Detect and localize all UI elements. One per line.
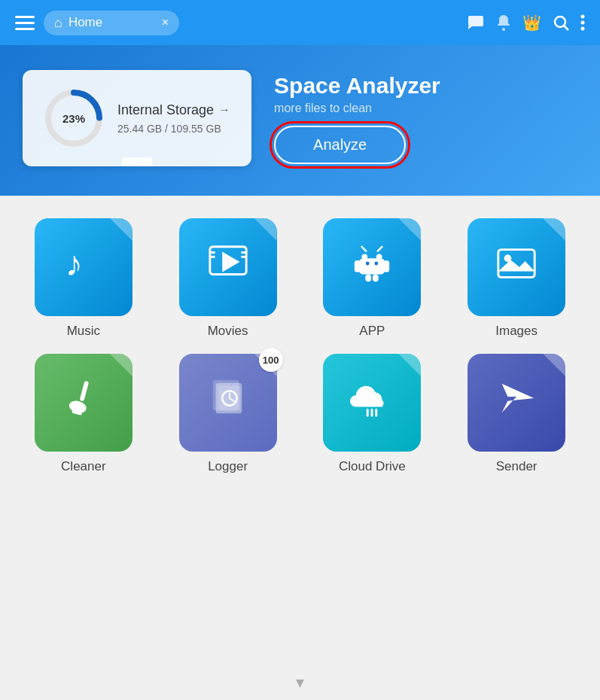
- svg-rect-23: [373, 274, 379, 282]
- storage-title: Internal Storage →: [117, 102, 230, 118]
- grid-item-logger[interactable]: 100 Logger: [160, 354, 297, 474]
- svg-marker-45: [502, 383, 535, 412]
- svg-rect-21: [384, 260, 390, 272]
- header-right: Space Analyzer more files to clean Analy…: [274, 73, 440, 164]
- cleaner-icon: [62, 376, 105, 430]
- svg-point-6: [581, 21, 585, 25]
- svg-rect-20: [355, 260, 361, 272]
- close-icon[interactable]: ×: [162, 16, 169, 29]
- header-section: 23% Internal Storage → 25.44 GB / 109.55…: [0, 45, 600, 196]
- svg-text:♪: ♪: [65, 244, 83, 283]
- svg-rect-19: [359, 258, 385, 274]
- home-icon: ⌂: [54, 15, 62, 31]
- images-icon: [495, 241, 538, 294]
- svg-point-27: [375, 261, 379, 265]
- chat-icon[interactable]: [467, 14, 485, 32]
- storage-card[interactable]: 23% Internal Storage → 25.44 GB / 109.55…: [23, 70, 251, 166]
- storage-progress-circle: 23%: [44, 88, 104, 148]
- hamburger-menu[interactable]: [15, 16, 35, 30]
- app-icon-container: [323, 218, 421, 316]
- logger-icon: [206, 376, 250, 430]
- storage-size: 25.44 GB / 109.55 GB: [117, 123, 230, 135]
- svg-point-7: [581, 27, 585, 31]
- storage-arrow: →: [218, 103, 230, 117]
- bottom-bar: ▾: [0, 665, 600, 700]
- svg-point-2: [502, 28, 505, 31]
- svg-line-24: [362, 246, 367, 251]
- app-icon: [350, 241, 394, 294]
- images-icon-container: [468, 218, 565, 316]
- svg-rect-31: [80, 380, 90, 401]
- storage-percent: 23%: [62, 112, 85, 125]
- svg-marker-12: [222, 251, 239, 272]
- app-subtitle: more files to clean: [274, 102, 372, 115]
- logger-label: Logger: [208, 459, 248, 474]
- grid-item-movies[interactable]: Movies: [160, 218, 297, 339]
- grid-section: ♪ Music Movies: [0, 196, 600, 665]
- svg-line-4: [565, 26, 569, 31]
- logger-badge: 100: [259, 348, 283, 372]
- home-tab[interactable]: ⌂ Home ×: [44, 11, 179, 35]
- sender-icon-container: [468, 354, 565, 452]
- grid-item-cleaner[interactable]: Cleaner: [15, 354, 152, 474]
- grid-item-images[interactable]: Images: [448, 218, 585, 339]
- music-icon: ♪: [62, 241, 105, 294]
- grid-item-cloud[interactable]: Cloud Drive: [304, 354, 441, 474]
- cloud-icon: [350, 376, 394, 430]
- svg-rect-28: [498, 249, 535, 277]
- movies-icon-container: [179, 218, 277, 316]
- cleaner-icon-container: [35, 354, 132, 452]
- svg-point-3: [555, 17, 565, 27]
- svg-rect-0: [468, 16, 483, 26]
- sender-icon: [495, 376, 538, 430]
- analyze-button[interactable]: Analyze: [274, 126, 406, 164]
- storage-info: Internal Storage → 25.44 GB / 109.55 GB: [117, 102, 230, 135]
- more-icon[interactable]: [580, 14, 585, 31]
- svg-rect-22: [366, 274, 372, 282]
- svg-marker-30: [498, 260, 535, 271]
- images-label: Images: [495, 324, 538, 339]
- svg-point-5: [581, 15, 585, 19]
- grid-item-music[interactable]: ♪ Music: [15, 218, 152, 339]
- music-label: Music: [67, 324, 100, 339]
- grid-item-sender[interactable]: Sender: [448, 354, 585, 474]
- notification-icon[interactable]: [495, 14, 512, 32]
- cloud-icon-container: [323, 354, 421, 452]
- cloud-label: Cloud Drive: [339, 459, 406, 474]
- crown-icon[interactable]: 👑: [522, 14, 541, 32]
- sender-label: Sender: [496, 459, 538, 474]
- music-icon-container: ♪: [35, 218, 132, 316]
- home-label: Home: [69, 15, 102, 30]
- nav-icons: 👑: [467, 14, 585, 32]
- app-title: Space Analyzer: [274, 73, 440, 99]
- search-icon[interactable]: [552, 14, 570, 32]
- svg-marker-1: [468, 26, 472, 29]
- app-label: APP: [359, 324, 385, 339]
- grid-item-app[interactable]: APP: [304, 218, 441, 339]
- nav-bar: ⌂ Home × 👑: [0, 0, 600, 45]
- cleaner-label: Cleaner: [61, 459, 106, 474]
- chevron-down-icon[interactable]: ▾: [296, 673, 304, 692]
- svg-point-26: [366, 261, 370, 265]
- grid-row-1: ♪ Music Movies: [15, 218, 585, 339]
- movies-icon: [206, 241, 250, 294]
- logger-icon-container: 100: [179, 354, 277, 452]
- movies-label: Movies: [208, 324, 248, 339]
- svg-line-25: [378, 246, 382, 251]
- grid-row-2: Cleaner 100 Logger: [15, 354, 585, 474]
